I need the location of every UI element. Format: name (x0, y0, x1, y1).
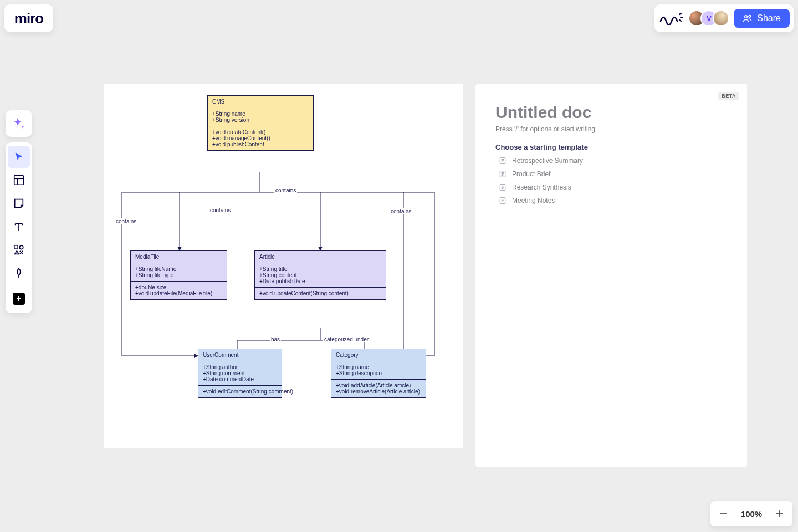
sticky-icon (13, 197, 25, 209)
doc-icon (499, 170, 507, 178)
doc-hint: Press '/' for options or start writing (495, 125, 727, 133)
zoom-out-button[interactable] (716, 507, 730, 521)
edge-label: contains (115, 218, 137, 224)
text-tool[interactable] (8, 216, 30, 238)
select-tool[interactable] (8, 146, 30, 168)
edge-label: contains (274, 187, 297, 193)
class-name: CMS (208, 96, 313, 108)
pen-icon (13, 267, 25, 279)
class-methods: +void createContent() +void manageConten… (212, 129, 309, 147)
template-label: Research Synthesis (512, 183, 571, 191)
cursor-icon (13, 151, 25, 163)
class-mediafile[interactable]: MediaFile +String fileName +String fileT… (130, 250, 227, 300)
svg-rect-9 (14, 245, 18, 249)
avatar[interactable] (713, 10, 729, 27)
template-item[interactable]: Meeting Notes (495, 197, 727, 204)
class-category[interactable]: Category +String name +String descriptio… (331, 349, 426, 398)
class-usercomment[interactable]: UserComment +String author +String comme… (198, 349, 282, 398)
zoom-control: 100% (710, 501, 792, 526)
svg-point-10 (19, 245, 23, 249)
plus-icon: + (13, 293, 25, 305)
edge-label: contains (209, 207, 232, 213)
logo-text: miro (14, 10, 43, 27)
beta-badge: BETA (718, 92, 739, 100)
more-tools[interactable]: + (8, 288, 30, 310)
class-name: Category (331, 349, 426, 361)
doc-title[interactable]: Untitled doc (495, 103, 727, 122)
class-methods: +void addArticle(Article article) +void … (336, 382, 421, 395)
class-name: Article (255, 251, 386, 263)
template-item[interactable]: Retrospective Summary (495, 157, 727, 165)
pen-tool[interactable] (8, 262, 30, 284)
doc-icon (499, 183, 507, 191)
class-attrs: +String author +String comment +Date com… (203, 364, 277, 382)
class-methods: +void updateContent(String content) (259, 290, 381, 296)
sticky-tool[interactable] (8, 192, 30, 214)
text-icon (13, 221, 25, 233)
class-cms[interactable]: CMS +String name +String version +void c… (207, 95, 314, 151)
ai-tool[interactable] (6, 110, 32, 137)
diagram-frame[interactable]: contains contains contains contains has … (104, 84, 463, 448)
edge-label: contains (390, 208, 412, 214)
template-item[interactable]: Product Brief (495, 170, 727, 178)
doc-choose-label: Choose a starting template (495, 143, 727, 151)
layout-icon (13, 174, 25, 186)
class-attrs: +String fileName +String fileType (135, 266, 222, 278)
sparkle-icon (12, 117, 25, 130)
plus-icon (775, 509, 785, 519)
template-label: Meeting Notes (512, 197, 555, 204)
doc-panel[interactable]: BETA Untitled doc Press '/' for options … (475, 84, 747, 467)
share-button[interactable]: Share (734, 9, 790, 28)
template-label: Product Brief (512, 170, 550, 178)
template-list: Retrospective Summary Product Brief Rese… (495, 157, 727, 204)
template-label: Retrospective Summary (512, 157, 583, 165)
class-methods: +void editComment(String comment) (203, 388, 277, 395)
doc-icon (499, 197, 507, 204)
class-attrs: +String title +String content +Date publ… (259, 266, 381, 284)
collaborator-avatars[interactable]: V (688, 10, 729, 27)
header-right: V Share (654, 4, 794, 32)
people-icon (743, 13, 753, 23)
template-item[interactable]: Research Synthesis (495, 183, 727, 191)
class-article[interactable]: Article +String title +String content +D… (254, 250, 386, 300)
app-logo[interactable]: miro (4, 4, 53, 32)
templates-tool[interactable] (8, 169, 30, 191)
class-attrs: +String name +String version (212, 111, 309, 123)
svg-point-1 (749, 15, 751, 17)
class-attrs: +String name +String description (336, 364, 421, 376)
left-toolbar: + (6, 142, 32, 313)
zoom-in-button[interactable] (773, 507, 787, 521)
reactions-icon[interactable] (658, 8, 684, 28)
share-label: Share (757, 13, 781, 23)
shapes-icon (13, 244, 25, 256)
edge-label: has (270, 336, 281, 342)
class-name: UserComment (198, 349, 282, 361)
shapes-tool[interactable] (8, 239, 30, 261)
avatar-initial: V (707, 14, 712, 23)
minus-icon (718, 509, 728, 519)
doc-icon (499, 157, 507, 165)
edge-label: categorized under (323, 336, 370, 342)
svg-point-0 (745, 16, 748, 18)
class-name: MediaFile (131, 251, 227, 263)
svg-rect-2 (14, 176, 24, 185)
zoom-value[interactable]: 100% (741, 509, 762, 519)
class-methods: +double size +void updateFile(MediaFile … (135, 284, 222, 296)
